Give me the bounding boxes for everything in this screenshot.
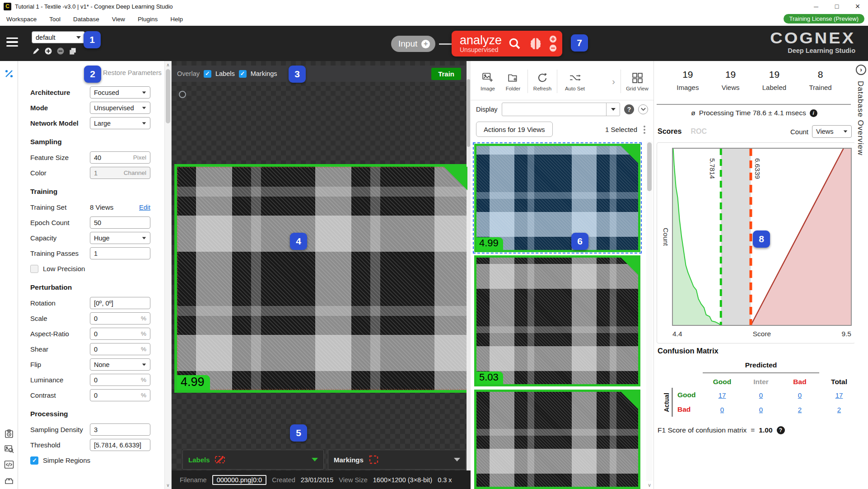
menu-view[interactable]: View: [106, 16, 131, 23]
actual-header: Actual: [661, 388, 673, 417]
decrease-icon[interactable]: [549, 44, 557, 52]
database-overview-tab[interactable]: Database Overview: [856, 81, 865, 155]
view-thumbnail-selected[interactable]: 4.99 6: [474, 144, 640, 252]
collapse-section-icon[interactable]: [638, 104, 648, 114]
remove-icon[interactable]: [56, 47, 65, 56]
flip-select[interactable]: None: [90, 358, 150, 371]
luminance-input[interactable]: 0%: [90, 374, 150, 386]
menu-help[interactable]: Help: [164, 16, 189, 23]
contrast-input[interactable]: 0%: [90, 389, 150, 401]
scroll-up-icon[interactable]: ∧: [165, 62, 171, 67]
threshold-input[interactable]: [5.7814, 6.6339]: [90, 439, 150, 451]
cm-bad-total[interactable]: 2: [837, 406, 841, 414]
tab-scores[interactable]: Scores: [658, 127, 681, 136]
image-search-icon[interactable]: [4, 444, 14, 455]
simple-regions-checkbox[interactable]: [30, 456, 38, 465]
actions-for-views-button[interactable]: Actions for 19 Views: [476, 122, 553, 137]
markings-checkbox[interactable]: [239, 70, 247, 78]
add-image-button[interactable]: Image: [475, 65, 500, 98]
row-header-bad: Bad: [673, 402, 703, 417]
scroll-down-icon[interactable]: ∨: [165, 483, 171, 488]
parameters-scrollbar[interactable]: ∧ ∨: [164, 61, 171, 489]
refresh-button[interactable]: Refresh: [530, 65, 555, 98]
cm-good-bad[interactable]: 0: [798, 391, 802, 399]
tutorial-badge-4: 4: [290, 233, 307, 250]
analyze-tool-button[interactable]: analyze Unsupervised: [452, 31, 562, 56]
aspect-ratio-input[interactable]: 0%: [90, 328, 150, 340]
expand-panel-icon[interactable]: [856, 65, 866, 75]
main-view-image[interactable]: 4.99 4: [174, 164, 470, 393]
info-icon[interactable]: i: [810, 109, 817, 117]
scroll-down-icon[interactable]: ∨: [646, 482, 653, 488]
capacity-select[interactable]: Huge: [90, 232, 150, 244]
blocks-icon[interactable]: [4, 475, 14, 485]
region-handle-circle[interactable]: [179, 91, 186, 98]
add-folder-button[interactable]: Folder: [500, 65, 526, 98]
cm-good-good[interactable]: 17: [719, 391, 726, 399]
tools-percent-icon[interactable]: [4, 68, 14, 79]
help-icon[interactable]: ?: [624, 104, 634, 114]
copy-icon[interactable]: [68, 47, 77, 56]
maximize-icon[interactable]: [826, 0, 847, 13]
cm-bad-bad[interactable]: 2: [798, 406, 802, 414]
labels-dropdown[interactable]: Labels: [182, 450, 324, 470]
cm-good-total[interactable]: 17: [835, 391, 843, 399]
training-section-header: Training: [30, 188, 150, 196]
markings-dropdown[interactable]: Markings: [328, 450, 466, 470]
training-passes-input[interactable]: 1: [90, 247, 150, 259]
views-toolbar: Image Folder Refresh Auto Set › Grid Vie…: [471, 63, 653, 100]
edit-pencil-icon[interactable]: [32, 47, 41, 56]
add-icon[interactable]: [44, 47, 53, 56]
network-model-select[interactable]: Large: [90, 117, 150, 129]
filename-value[interactable]: 000000.png|0:0: [212, 475, 267, 485]
increase-icon[interactable]: [549, 35, 557, 43]
more-tools-icon[interactable]: ›: [608, 76, 619, 87]
menu-plugins[interactable]: Plugins: [131, 16, 164, 23]
cm-bad-good[interactable]: 0: [720, 406, 724, 414]
tab-roc[interactable]: ROC: [691, 127, 707, 136]
tutorial-badge-3: 3: [289, 66, 306, 83]
labels-checkbox[interactable]: [204, 70, 211, 78]
cm-bad-inter[interactable]: 0: [759, 406, 763, 414]
architecture-select[interactable]: Focused: [90, 86, 150, 99]
restore-parameters-button[interactable]: Restore Parameters: [103, 69, 162, 76]
contrast-label: Contrast: [30, 391, 90, 399]
stats-divider: [657, 104, 851, 105]
sampling-density-input[interactable]: 3: [90, 423, 150, 436]
low-precision-checkbox[interactable]: [30, 265, 38, 273]
shear-input[interactable]: 0%: [90, 343, 150, 355]
training-set-edit-link[interactable]: Edit: [139, 204, 150, 211]
views-scrollbar[interactable]: [646, 141, 653, 481]
train-button[interactable]: Train: [431, 68, 461, 80]
menu-database[interactable]: Database: [67, 16, 106, 23]
menu-tool[interactable]: Tool: [43, 16, 67, 23]
minimize-icon[interactable]: [806, 0, 826, 13]
view-thumbnail[interactable]: [474, 390, 640, 489]
scale-input[interactable]: 0%: [90, 312, 150, 324]
tutorial-badge-2: 2: [84, 66, 101, 83]
preset-select[interactable]: default: [32, 31, 85, 43]
count-select[interactable]: Views: [812, 125, 852, 138]
kebab-menu-icon[interactable]: [644, 126, 645, 127]
auto-set-icon: [569, 72, 581, 84]
feature-size-input[interactable]: 40Pixel: [90, 151, 150, 164]
canvas-scrollbar[interactable]: [467, 61, 471, 470]
clipboard-history-icon[interactable]: [4, 428, 14, 439]
auto-set-button[interactable]: Auto Set: [559, 65, 591, 98]
rotation-input[interactable]: [0º, 0º]: [90, 297, 150, 309]
epoch-count-input[interactable]: 50: [90, 216, 150, 229]
code-icon[interactable]: [4, 459, 14, 470]
param-row-color: Color 1Channel: [30, 167, 150, 179]
view-thumbnail[interactable]: 5.03: [474, 255, 640, 386]
close-icon[interactable]: [847, 0, 868, 13]
help-icon[interactable]: ?: [777, 426, 785, 434]
cm-good-inter[interactable]: 0: [759, 391, 763, 399]
svg-text:4.4: 4.4: [672, 330, 682, 338]
hamburger-menu-icon[interactable]: [6, 38, 18, 47]
mode-select[interactable]: Unsupervised: [90, 102, 150, 114]
param-row-luminance: Luminance 0%: [30, 374, 150, 386]
grid-view-button[interactable]: Grid View: [623, 65, 652, 98]
menu-workspace[interactable]: Workspace: [0, 16, 43, 23]
display-select[interactable]: [502, 103, 620, 116]
input-tool-button[interactable]: Input: [391, 36, 435, 52]
